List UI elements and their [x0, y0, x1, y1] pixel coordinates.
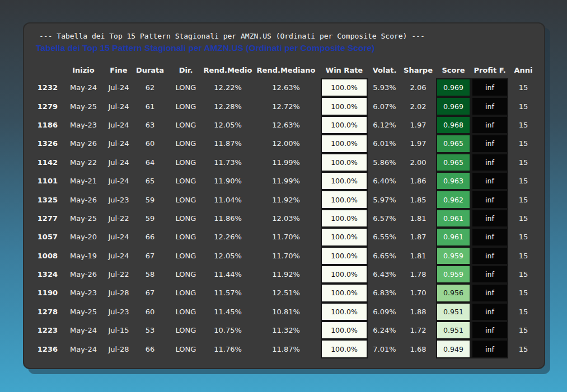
score-cell: 0.963	[436, 172, 471, 190]
column-header-dir-: Dir.	[168, 62, 203, 78]
score-badge: 0.949	[436, 339, 471, 358]
score-cell: 0.968	[436, 116, 471, 134]
pattern-id-cell: 1232	[32, 78, 61, 97]
winrate-cell: 100.0%	[320, 134, 369, 153]
rend-mediano-cell: 12.51%	[252, 284, 320, 302]
score-badge: 0.961	[436, 209, 471, 228]
profit-factor-cell: inf	[471, 284, 509, 302]
sharpe-cell: 2.00	[400, 153, 436, 172]
sharpe-cell: 1.72	[400, 321, 436, 339]
inizio-cell: May-25	[61, 209, 106, 228]
profit-factor-cell: inf	[471, 78, 509, 97]
table-row: 1057May-20Jul-2466LONG12.26%11.70%100.0%…	[32, 228, 538, 246]
direction-cell: LONG	[168, 97, 203, 115]
anni-cell: 15	[509, 134, 538, 153]
inizio-cell: May-24	[61, 339, 106, 358]
sharpe-cell: 2.02	[400, 97, 436, 115]
winrate-cell: 100.0%	[320, 190, 369, 209]
profit-factor-badge: inf	[471, 78, 508, 97]
score-cell: 0.956	[436, 284, 471, 302]
score-cell: 0.961	[436, 209, 471, 228]
rend-medio-cell: 11.45%	[203, 303, 252, 321]
rend-medio-cell: 11.90%	[203, 172, 252, 190]
score-cell: 0.959	[436, 265, 471, 284]
profit-factor-badge: inf	[471, 339, 508, 358]
profit-factor-badge: inf	[471, 209, 508, 228]
anni-cell: 15	[509, 97, 538, 115]
pattern-id-cell: 1277	[32, 209, 61, 228]
volat-cell: 6.83%	[369, 284, 400, 302]
inizio-cell: May-20	[61, 228, 106, 246]
volat-cell: 6.55%	[369, 228, 400, 246]
rend-mediano-cell: 11.92%	[252, 190, 320, 209]
rend-mediano-cell: 12.00%	[252, 134, 320, 153]
profit-factor-cell: inf	[471, 339, 509, 358]
score-cell: 0.965	[436, 153, 471, 172]
score-cell: 0.965	[436, 134, 471, 153]
table-row: 1223May-24Jul-1553LONG10.75%11.32%100.0%…	[32, 321, 538, 339]
table-body: 1232May-24Jul-2462LONG12.22%12.63%100.0%…	[32, 78, 538, 358]
table-row: 1142May-22Jul-2464LONG11.73%11.99%100.0%…	[32, 153, 538, 172]
direction-cell: LONG	[168, 153, 203, 172]
durata-cell: 64	[132, 153, 168, 172]
winrate-cell: 100.0%	[320, 321, 369, 339]
inizio-cell: May-24	[61, 321, 106, 339]
winrate-badge: 100.0%	[321, 97, 368, 115]
winrate-cell: 100.0%	[320, 209, 369, 228]
column-header-rend-mediano: Rend.Mediano	[252, 62, 320, 78]
anni-cell: 15	[509, 247, 538, 265]
rend-mediano-cell: 10.81%	[252, 303, 320, 321]
rend-medio-cell: 11.76%	[203, 339, 252, 358]
direction-cell: LONG	[168, 116, 203, 134]
rend-mediano-cell: 11.32%	[252, 321, 320, 339]
fine-cell: Jul-22	[106, 209, 132, 228]
rend-mediano-cell: 11.99%	[252, 153, 320, 172]
durata-cell: 59	[132, 209, 168, 228]
rend-medio-cell: 11.87%	[203, 134, 252, 153]
rend-medio-cell: 12.22%	[203, 78, 252, 97]
winrate-badge: 100.0%	[321, 190, 368, 209]
inizio-cell: May-26	[61, 134, 106, 153]
pattern-id-cell: 1279	[32, 97, 61, 115]
sharpe-cell: 1.70	[400, 284, 436, 302]
profit-factor-cell: inf	[471, 153, 509, 172]
pattern-id-cell: 1190	[32, 284, 61, 302]
sharpe-cell: 2.06	[400, 78, 436, 97]
column-header-durata: Durata	[132, 62, 168, 78]
inizio-cell: May-19	[61, 247, 106, 265]
anni-cell: 15	[509, 78, 538, 97]
pattern-id-cell: 1236	[32, 339, 61, 358]
inizio-cell: May-26	[61, 190, 106, 209]
fine-cell: Jul-24	[106, 153, 132, 172]
score-cell: 0.961	[436, 228, 471, 246]
profit-factor-cell: inf	[471, 116, 509, 134]
column-header-index	[32, 62, 61, 78]
winrate-cell: 100.0%	[320, 303, 369, 321]
direction-cell: LONG	[168, 209, 203, 228]
column-header-win-rate: Win Rate	[320, 62, 369, 78]
profit-factor-badge: inf	[471, 153, 508, 172]
direction-cell: LONG	[168, 321, 203, 339]
rend-mediano-cell: 11.92%	[252, 265, 320, 284]
score-badge: 0.969	[436, 78, 471, 97]
volat-cell: 5.86%	[369, 153, 400, 172]
direction-cell: LONG	[168, 172, 203, 190]
direction-cell: LONG	[168, 265, 203, 284]
fine-cell: Jul-24	[106, 78, 132, 97]
profit-factor-badge: inf	[471, 116, 508, 134]
score-badge: 0.951	[436, 303, 471, 321]
rend-mediano-cell: 11.87%	[252, 339, 320, 358]
direction-cell: LONG	[168, 284, 203, 302]
rend-medio-cell: 12.05%	[203, 247, 252, 265]
rend-mediano-cell: 12.63%	[252, 116, 320, 134]
inizio-cell: May-21	[61, 172, 106, 190]
score-badge: 0.965	[436, 134, 471, 153]
score-badge: 0.962	[436, 190, 471, 209]
winrate-badge: 100.0%	[321, 116, 368, 134]
pattern-id-cell: 1324	[32, 265, 61, 284]
sharpe-cell: 1.97	[400, 134, 436, 153]
rend-medio-cell: 11.44%	[203, 265, 252, 284]
profit-factor-badge: inf	[471, 190, 508, 209]
fine-cell: Jul-28	[106, 339, 132, 358]
table-row: 1186May-23Jul-2463LONG12.05%12.63%100.0%…	[32, 116, 538, 134]
